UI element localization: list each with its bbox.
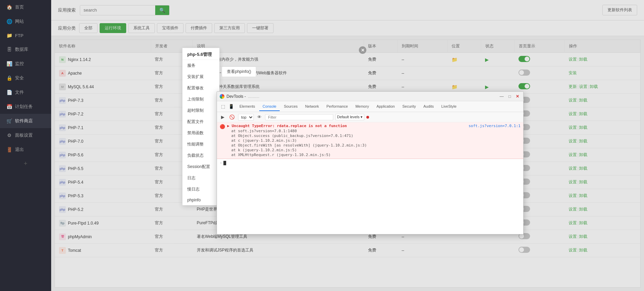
popup-menu-config-file[interactable]: 配置文件	[182, 116, 219, 127]
devtools-panel: DevTools - ........... — □ ✕ ⬚ 📱 Element…	[217, 91, 524, 234]
stack-line: at c (jquery-1.10.2.min.js:3)	[231, 138, 467, 143]
php56-popup: php-5.6管理 服务 安装扩展 配置修改 上传限制 超时限制 配置文件 禁用…	[182, 48, 220, 205]
popup-menu-log[interactable]: 日志	[182, 172, 219, 184]
devtools-tab-performance[interactable]: Performance	[323, 102, 351, 111]
console-input-row: ›	[217, 159, 523, 167]
devtools-filter-input[interactable]	[265, 114, 333, 120]
popup-menu-load[interactable]: 负载状态	[182, 150, 219, 161]
devtools-tab-livestyle[interactable]: LiveStyle	[438, 102, 460, 111]
devtools-tab-security[interactable]: Security	[399, 102, 419, 111]
devtools-minimize-button[interactable]: —	[498, 93, 505, 99]
stack-line: at Object.success (public_backup.js?vers…	[231, 134, 467, 138]
devtools-tab-memory[interactable]: Memory	[352, 102, 372, 111]
devtools-eye-button[interactable]: 👁	[256, 114, 263, 120]
popup-menu-perf[interactable]: 性能调整	[182, 139, 219, 150]
devtools-clear-button[interactable]: 🚫	[228, 114, 236, 120]
popup-menu-config[interactable]: 配置修改	[182, 82, 219, 94]
devtools-tab-network[interactable]: Network	[302, 102, 322, 111]
devtools-default-levels[interactable]: Default levels ▾	[335, 114, 364, 120]
popup-menu-disabled-funcs[interactable]: 禁用函数	[182, 127, 219, 139]
devtools-close-button[interactable]: ✕	[514, 93, 521, 99]
devtools-url: ...........	[248, 94, 260, 98]
stack-line: at XMLHttpRequest.r (jquery-1.10.2.min.j…	[231, 153, 467, 157]
stack-line: at Object.fireWith [as resolveWith] (jqu…	[231, 143, 467, 148]
devtools-toolbar: ▶ 🚫 top 👁 Default levels ▾	[217, 112, 523, 122]
devtools-inspect-button[interactable]: ⬚	[220, 103, 226, 110]
popup-menu-session[interactable]: Session配置	[182, 161, 219, 172]
error-stack: at soft.js?version=7.0.1:1480at Object.s…	[227, 129, 467, 157]
popup-menu-timeout[interactable]: 超时限制	[182, 105, 219, 116]
stack-line: at soft.js?version=7.0.1:1480	[231, 129, 467, 133]
error-file-link[interactable]: soft.js?version=7.0.1:1	[469, 124, 521, 128]
devtools-controls: — □ ✕	[498, 93, 521, 99]
devtools-title-text: DevTools -	[226, 94, 246, 99]
close-popup-button[interactable]: ✕	[359, 46, 366, 54]
devtools-tab-sources[interactable]: Sources	[280, 102, 301, 111]
devtools-title: DevTools - ...........	[220, 94, 259, 99]
devtools-error-indicator	[366, 116, 369, 119]
popup-menu-upload-limit[interactable]: 上传限制	[182, 94, 219, 105]
devtools-tab-audits[interactable]: Audits	[420, 102, 437, 111]
devtools-tab-elements[interactable]: Elements	[236, 102, 259, 111]
popup-menu-phpinfo[interactable]: phpinfo	[182, 195, 219, 205]
console-error-row: 🔴 ▶ Uncaught TypeError: rdata.replace is…	[217, 122, 523, 159]
popup-menu-slowlog[interactable]: 慢日志	[182, 184, 219, 195]
console-prompt: ›	[220, 160, 222, 165]
devtools-tab-console[interactable]: Console	[259, 102, 280, 111]
devtools-phone-button[interactable]: 📱	[227, 103, 235, 110]
error-icon: 🔴	[220, 124, 225, 129]
devtools-tabs: ⬚ 📱 Elements Console Sources Network Per…	[217, 101, 523, 112]
popup-menu-install-ext[interactable]: 安装扩展	[182, 71, 219, 82]
phpinfo-button[interactable]: 查看phpinfo()	[222, 66, 256, 77]
devtools-maximize-button[interactable]: □	[507, 93, 512, 99]
error-text: ▶ Uncaught TypeError: rdata.replace is n…	[227, 124, 467, 157]
error-main-message: ▶ Uncaught TypeError: rdata.replace is n…	[227, 124, 467, 128]
devtools-tab-application[interactable]: Application	[373, 102, 398, 111]
popup-title: php-5.6管理	[182, 48, 219, 60]
devtools-context-select[interactable]: top	[238, 114, 254, 121]
console-cursor	[223, 161, 226, 165]
devtools-titlebar: DevTools - ........... — □ ✕	[217, 92, 523, 101]
popup-menu-service[interactable]: 服务	[182, 60, 219, 71]
devtools-execute-button[interactable]: ▶	[220, 114, 226, 120]
stack-line: at k (jquery-1.10.2.min.js:5)	[231, 148, 467, 152]
devtools-console-body: 🔴 ▶ Uncaught TypeError: rdata.replace is…	[217, 122, 523, 234]
chrome-icon	[220, 94, 224, 99]
